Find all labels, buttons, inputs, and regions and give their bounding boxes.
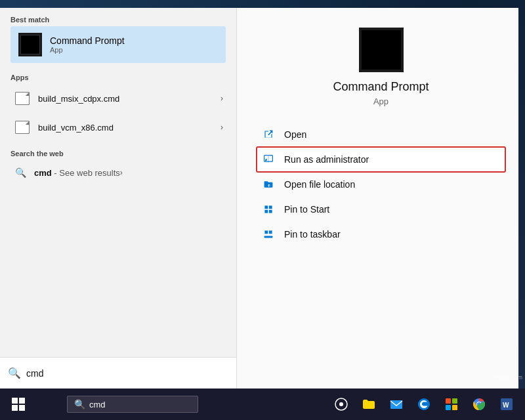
action-pin-taskbar-label: Pin to taskbar xyxy=(284,229,341,240)
store-icon[interactable] xyxy=(438,391,465,417)
search-web-query: cmd xyxy=(34,168,52,178)
file-icon-1 xyxy=(15,92,30,105)
taskbar-search-text: cmd xyxy=(89,400,106,410)
svg-point-12 xyxy=(418,398,430,410)
best-match-title: Command Prompt xyxy=(50,35,125,46)
watermark: wsxdn.com xyxy=(493,374,522,381)
app-item-2[interactable]: build_vcm_x86.cmd › xyxy=(10,113,226,142)
svg-point-10 xyxy=(339,402,343,406)
desktop: Best match Command Prompt App Apps xyxy=(0,0,525,420)
edge-icon[interactable] xyxy=(411,391,437,417)
apps-label: Apps xyxy=(10,74,226,81)
cmd-icon-inner xyxy=(20,35,40,54)
action-run-as-admin[interactable]: Run as administrator xyxy=(257,147,505,172)
admin-icon xyxy=(262,153,275,166)
windows-logo-block-4 xyxy=(19,405,25,411)
svg-rect-16 xyxy=(452,405,457,410)
best-match-label: Best match xyxy=(10,16,226,24)
action-open-label: Open xyxy=(284,129,306,140)
folder-icon xyxy=(262,178,275,191)
app-item-2-icon xyxy=(13,118,32,136)
chevron-icon-2: › xyxy=(220,123,223,132)
search-bar: 🔍 xyxy=(0,357,236,388)
pin-start-icon xyxy=(262,203,275,216)
svg-rect-4 xyxy=(264,210,268,213)
svg-rect-7 xyxy=(264,230,268,234)
taskbar-icons: W xyxy=(328,391,522,417)
search-web-label: Search the web xyxy=(10,150,226,158)
chrome-icon[interactable] xyxy=(466,391,492,417)
taskbar-search[interactable]: 🔍 cmd xyxy=(67,396,198,413)
word-icon[interactable]: W xyxy=(494,391,520,417)
left-panel: Best match Command Prompt App Apps xyxy=(0,8,236,388)
chevron-icon-1: › xyxy=(220,94,223,103)
svg-text:W: W xyxy=(503,402,509,409)
svg-rect-13 xyxy=(446,398,451,404)
app-preview-icon xyxy=(359,28,404,72)
svg-rect-3 xyxy=(269,205,272,209)
app-item-1-name: build_msix_cdpx.cmd xyxy=(38,94,220,104)
svg-rect-11 xyxy=(390,400,402,409)
chevron-icon-3: › xyxy=(120,168,123,177)
file-explorer-icon[interactable] xyxy=(356,391,382,417)
action-admin-label: Run as administrator xyxy=(284,154,369,165)
best-match-text: Command Prompt App xyxy=(50,35,125,54)
apps-section: Apps build_msix_cdpx.cmd › build_vcm_x86… xyxy=(0,66,236,144)
action-open-file-location[interactable]: Open file location xyxy=(257,172,505,197)
pin-taskbar-icon xyxy=(262,228,275,241)
taskbar: 🔍 cmd xyxy=(0,388,525,420)
windows-logo-block-2 xyxy=(19,398,25,404)
start-menu: Best match Command Prompt App Apps xyxy=(0,8,518,388)
search-web-text: cmd - See web results xyxy=(34,168,120,178)
search-web-item[interactable]: 🔍 cmd - See web results › xyxy=(10,160,226,185)
app-item-1[interactable]: build_msix_cdpx.cmd › xyxy=(10,84,226,113)
best-match-subtitle: App xyxy=(50,46,125,54)
action-open[interactable]: Open xyxy=(257,122,505,147)
best-match-section: Best match Command Prompt App xyxy=(0,8,236,66)
search-input[interactable] xyxy=(26,368,228,379)
app-preview-icon-inner xyxy=(362,30,401,70)
action-open-file-location-label: Open file location xyxy=(284,179,355,190)
action-pin-to-taskbar[interactable]: Pin to taskbar xyxy=(257,222,505,247)
taskbar-search-icon: 🔍 xyxy=(74,399,85,410)
svg-rect-8 xyxy=(269,230,272,234)
cmd-icon xyxy=(18,33,42,56)
best-match-item[interactable]: Command Prompt App xyxy=(10,26,226,63)
app-item-1-icon xyxy=(13,89,32,108)
app-preview-subtitle: App xyxy=(373,96,388,106)
file-icon-2 xyxy=(15,121,30,134)
svg-rect-5 xyxy=(269,210,272,213)
start-button[interactable] xyxy=(3,388,34,420)
svg-rect-2 xyxy=(264,205,268,209)
open-icon xyxy=(262,128,275,141)
app-preview-title: Command Prompt xyxy=(333,80,429,94)
windows-logo xyxy=(12,398,25,411)
svg-rect-15 xyxy=(446,405,451,410)
search-web-section: Search the web 🔍 cmd - See web results › xyxy=(0,144,236,188)
windows-logo-block-3 xyxy=(12,405,18,411)
mail-icon[interactable] xyxy=(383,391,410,417)
action-pin-start-label: Pin to Start xyxy=(284,204,329,215)
task-view-icon[interactable] xyxy=(328,391,354,417)
spacer xyxy=(0,188,236,357)
app-preview: Command Prompt App xyxy=(257,28,505,106)
search-bar-icon: 🔍 xyxy=(8,367,21,379)
right-panel: Command Prompt App Open xyxy=(236,8,518,388)
svg-rect-14 xyxy=(452,398,457,404)
search-web-icon: 🔍 xyxy=(13,165,28,180)
app-item-2-name: build_vcm_x86.cmd xyxy=(38,123,220,133)
actions-list: Open Run as administrator xyxy=(257,122,505,247)
svg-rect-6 xyxy=(264,236,273,238)
action-pin-to-start[interactable]: Pin to Start xyxy=(257,197,505,222)
search-web-suffix: - See web results xyxy=(52,168,120,178)
windows-logo-block-1 xyxy=(12,398,18,404)
